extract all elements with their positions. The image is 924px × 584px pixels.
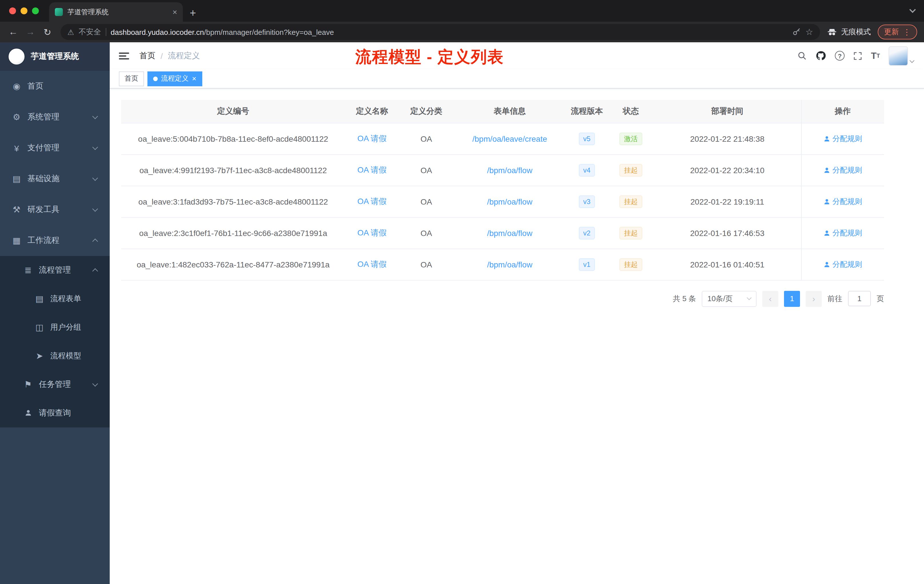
assign-rule-label: 分配规则 bbox=[833, 165, 862, 175]
definition-name-link[interactable]: OA 请假 bbox=[357, 134, 387, 143]
definition-category: OA bbox=[399, 154, 454, 186]
page-1-button[interactable]: 1 bbox=[784, 290, 800, 307]
incognito-label: 无痕模式 bbox=[841, 27, 871, 37]
github-icon[interactable] bbox=[815, 50, 826, 61]
form-link[interactable]: /bpm/oa/flow bbox=[487, 165, 533, 175]
form-link[interactable]: /bpm/oa/flow bbox=[487, 260, 533, 269]
chevron-up-icon bbox=[92, 239, 98, 244]
definition-category: OA bbox=[399, 217, 454, 249]
chevron-down-icon bbox=[92, 175, 98, 181]
column-header-time: 部署时间 bbox=[654, 100, 801, 123]
column-header-category: 定义分类 bbox=[399, 100, 454, 123]
tab-close-icon[interactable]: × bbox=[173, 8, 177, 16]
font-size-icon[interactable]: TT bbox=[871, 51, 880, 60]
chevron-down-icon bbox=[92, 206, 98, 212]
caret-down-icon bbox=[910, 58, 914, 63]
password-key-icon[interactable] bbox=[792, 27, 801, 36]
sidebar-item-infrastructure[interactable]: ▤ 基础设施 bbox=[0, 163, 110, 194]
user-avatar-menu[interactable] bbox=[889, 46, 914, 66]
user-icon bbox=[823, 135, 830, 142]
definition-name-link[interactable]: OA 请假 bbox=[357, 228, 387, 237]
prev-page-button[interactable]: ‹ bbox=[762, 290, 778, 307]
assign-rule-link[interactable]: 分配规则 bbox=[823, 228, 862, 238]
definition-name-link[interactable]: OA 请假 bbox=[357, 259, 387, 268]
sidebar-item-process-form[interactable]: ▤ 流程表单 bbox=[0, 285, 110, 313]
search-icon[interactable] bbox=[797, 51, 807, 61]
sidebar-item-leave-query[interactable]: 请假查询 bbox=[0, 399, 110, 427]
assign-rule-label: 分配规则 bbox=[833, 259, 862, 269]
assign-rule-label: 分配规则 bbox=[833, 196, 862, 206]
page-size-select[interactable]: 10条/页 bbox=[702, 290, 757, 307]
content-area: 定义编号 定义名称 定义分类 表单信息 流程版本 状态 部署时间 操作 oa_l bbox=[110, 89, 924, 584]
new-tab-button[interactable]: + bbox=[190, 7, 196, 18]
back-button[interactable]: ← bbox=[5, 23, 22, 41]
table-row: oa_leave:2:3c1f0ef1-76b1-11ec-9c66-a2380… bbox=[121, 217, 884, 249]
next-page-button[interactable]: › bbox=[806, 290, 822, 307]
incognito-badge: 无痕模式 bbox=[827, 27, 871, 37]
forward-button[interactable]: → bbox=[22, 23, 39, 41]
form-icon: ▤ bbox=[34, 294, 45, 304]
address-bar[interactable]: ⚠ 不安全 dashboard.yudao.iocoder.cn/bpm/man… bbox=[61, 24, 820, 40]
version-tag: v3 bbox=[579, 195, 595, 208]
table-row: oa_leave:1:482ec033-762a-11ec-8477-a2380… bbox=[121, 249, 884, 280]
reload-button[interactable]: ↻ bbox=[39, 23, 56, 41]
minimize-window-button[interactable] bbox=[21, 7, 27, 14]
flag-icon: ⚑ bbox=[23, 379, 33, 390]
definition-name-link[interactable]: OA 请假 bbox=[357, 196, 387, 205]
table-row: oa_leave:4:991f2193-7b7f-11ec-a3c8-acde4… bbox=[121, 154, 884, 186]
tag-home[interactable]: 首页 bbox=[119, 71, 144, 86]
sidebar-item-payment-management[interactable]: ¥ 支付管理 bbox=[0, 133, 110, 163]
sidebar-item-label: 研发工具 bbox=[27, 205, 59, 215]
fullscreen-icon[interactable] bbox=[853, 51, 862, 60]
close-window-button[interactable] bbox=[9, 7, 16, 14]
definition-name-link[interactable]: OA 请假 bbox=[357, 165, 387, 174]
assign-rule-link[interactable]: 分配规则 bbox=[823, 259, 862, 269]
deploy-time: 2022-01-22 20:34:10 bbox=[654, 154, 801, 186]
sidebar-item-label: 首页 bbox=[27, 81, 43, 91]
sidebar-item-user-group[interactable]: ◫ 用户分组 bbox=[0, 313, 110, 342]
help-icon[interactable]: ? bbox=[835, 51, 845, 61]
process-management-icon: ≣ bbox=[23, 265, 33, 276]
sidebar-item-task-management[interactable]: ⚑ 任务管理 bbox=[0, 370, 110, 399]
sidebar-item-label: 用户分组 bbox=[50, 322, 81, 333]
update-button[interactable]: 更新 ⋮ bbox=[878, 25, 917, 40]
assign-rule-label: 分配规则 bbox=[833, 134, 862, 144]
sidebar-item-process-model[interactable]: ➤ 流程模型 bbox=[0, 342, 110, 370]
security-warning-icon[interactable]: ⚠ bbox=[68, 28, 74, 36]
form-link[interactable]: /bpm/oa/flow bbox=[487, 228, 533, 238]
security-label: 不安全 bbox=[79, 27, 101, 37]
sidebar-item-system-management[interactable]: ⚙ 系统管理 bbox=[0, 102, 110, 133]
sidebar: 芋道管理系统 ◉ 首页 ⚙ 系统管理 ¥ 支付管理 ▤ 基础设施 bbox=[0, 42, 110, 584]
column-header-name: 定义名称 bbox=[345, 100, 399, 123]
sidebar-item-dev-tools[interactable]: ⚒ 研发工具 bbox=[0, 194, 110, 225]
goto-page-input[interactable] bbox=[848, 291, 871, 306]
bookmark-star-icon[interactable]: ☆ bbox=[805, 27, 813, 37]
tag-process-definition[interactable]: 流程定义 × bbox=[147, 71, 202, 86]
zoom-window-button[interactable] bbox=[32, 7, 39, 14]
sidebar-item-process-management[interactable]: ≣ 流程管理 bbox=[0, 256, 110, 285]
form-link[interactable]: /bpm/oa/leave/create bbox=[472, 134, 547, 143]
avatar[interactable] bbox=[889, 46, 908, 66]
tab-search-chevron-icon[interactable] bbox=[909, 7, 916, 13]
omnibox-divider bbox=[106, 28, 106, 36]
assign-rule-link[interactable]: 分配规则 bbox=[823, 165, 862, 175]
browser-tab[interactable]: 芋道管理系统 × bbox=[49, 2, 183, 22]
traffic-lights bbox=[0, 7, 47, 14]
sidebar-item-workflow[interactable]: ▦ 工作流程 bbox=[0, 225, 110, 256]
sidebar-item-home[interactable]: ◉ 首页 bbox=[0, 71, 110, 102]
assign-rule-link[interactable]: 分配规则 bbox=[823, 134, 862, 144]
breadcrumb-home-link[interactable]: 首页 bbox=[139, 51, 155, 61]
sidebar-item-label: 请假查询 bbox=[39, 408, 71, 418]
workflow-submenu: ≣ 流程管理 ▤ 流程表单 ◫ 用户分组 ➤ 流程模型 ⚑ bbox=[0, 256, 110, 427]
deploy-time: 2022-01-22 19:19:11 bbox=[654, 186, 801, 217]
tools-icon: ⚒ bbox=[12, 205, 22, 215]
sidebar-fold-button[interactable] bbox=[119, 52, 129, 59]
sidebar-logo[interactable]: 芋道管理系统 bbox=[0, 42, 110, 71]
sidebar-item-label: 基础设施 bbox=[27, 174, 59, 184]
tag-close-icon[interactable]: × bbox=[192, 75, 196, 82]
column-header-status: 状态 bbox=[608, 100, 654, 123]
assign-rule-link[interactable]: 分配规则 bbox=[823, 196, 862, 206]
version-tag: v1 bbox=[579, 258, 595, 271]
browser-menu-dots-icon[interactable]: ⋮ bbox=[903, 27, 911, 36]
form-link[interactable]: /bpm/oa/flow bbox=[487, 197, 533, 206]
